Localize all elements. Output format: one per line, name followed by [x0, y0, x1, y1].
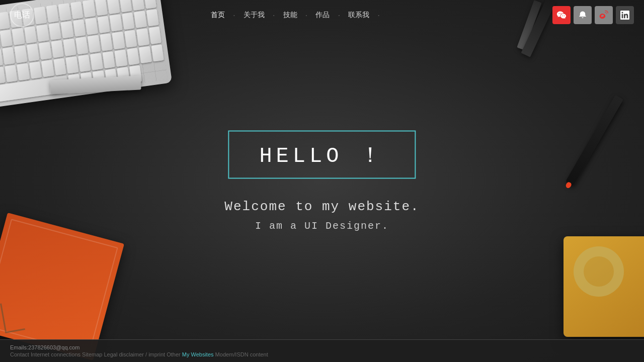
nav-dot-3: •	[305, 13, 308, 18]
logo[interactable]: 电话	[10, 3, 34, 27]
welcome-text: Welcome to my website.	[224, 199, 419, 214]
linkedin-button[interactable]	[616, 6, 634, 24]
hello-box: HELLO ！	[228, 131, 416, 179]
wechat-button[interactable]	[552, 6, 571, 24]
footer-email: Emails:237826603@qq.com	[10, 344, 634, 350]
email-label: Emails:	[10, 344, 28, 350]
nav-dot-5: •	[377, 13, 380, 18]
footer-links: Contact Internet connections Sitemap Leg…	[10, 351, 634, 357]
email-value: 237826603@qq.com	[28, 344, 79, 350]
nav-item-about[interactable]: 关于我	[239, 9, 269, 22]
nav-item-skills[interactable]: 技能	[279, 9, 301, 22]
footer-links-text: Contact Internet connections Sitemap Leg…	[10, 351, 182, 357]
navigation: 电话 首页 • 关于我 • 技能 • 作品 • 联系我 •	[0, 0, 644, 30]
logo-text: 电话	[14, 10, 30, 21]
weibo-button[interactable]	[595, 6, 613, 24]
footer-after-links: Modem/ISDN content	[214, 351, 268, 357]
nav-item-contact[interactable]: 联系我	[344, 9, 373, 22]
footer: Emails:237826603@qq.com Contact Internet…	[0, 339, 644, 362]
nav-dot-4: •	[338, 13, 340, 18]
my-websites-link[interactable]: My Websites	[182, 351, 214, 357]
hero-content: HELLO ！ Welcome to my website. I am a UI…	[224, 131, 419, 232]
notification-button[interactable]	[574, 6, 592, 24]
subtitle-text: I am a UI Designer.	[224, 220, 419, 232]
nav-dot-1: •	[233, 13, 235, 18]
nav-item-works[interactable]: 作品	[311, 9, 334, 22]
social-buttons	[552, 6, 634, 24]
nav-dot-2: •	[273, 13, 275, 18]
hello-text: HELLO ！	[259, 141, 384, 169]
nav-item-home[interactable]: 首页	[207, 9, 229, 22]
nav-links: 首页 • 关于我 • 技能 • 作品 • 联系我 •	[34, 9, 552, 22]
